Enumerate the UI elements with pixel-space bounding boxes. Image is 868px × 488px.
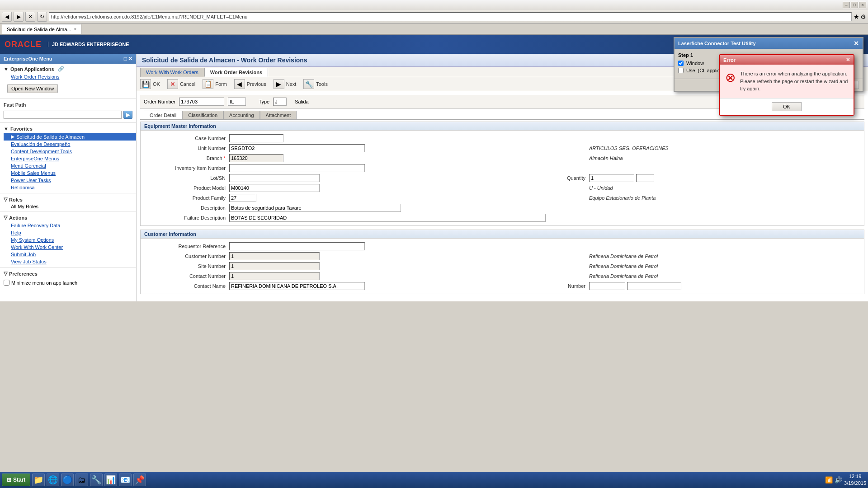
laserfiche-window-checkbox[interactable] [678,61,684,66]
subtab-accounting[interactable]: Accounting [223,111,259,119]
minimize-pref-label[interactable]: Minimize menu on app launch [4,280,132,286]
sidebar-item-menu-gerencial[interactable]: Menú Gerencial [4,162,136,169]
product-model-input[interactable] [229,184,320,192]
open-apps-title[interactable]: ▼ Open Applications 🔗 [0,65,136,73]
subtab-classification-text: Classification [188,113,217,118]
quantity-unit-input[interactable] [636,174,654,182]
minimize-pref-checkbox[interactable] [4,280,9,286]
fast-path-go-button[interactable]: ▶ [123,111,132,119]
sidebar-link-submit-job[interactable]: Submit Job [4,251,136,258]
work-order-revisions-link[interactable]: Work Order Revisions [4,73,136,80]
failure-desc-input[interactable] [229,214,546,222]
back-button[interactable]: ◀ [2,12,12,22]
customer-number-input[interactable] [229,252,320,260]
tab-work-with-work-orders[interactable]: Work With Work Orders [140,68,204,77]
quantity-input[interactable] [589,174,634,182]
sidebar-item-refidomsa[interactable]: Refidomsa [4,184,136,191]
sidebar-link-view-job[interactable]: View Job Status [4,258,136,265]
case-number-input[interactable] [229,134,283,142]
subtab-classification[interactable]: Classification [182,111,223,119]
favorites-title[interactable]: ▼ Favorites [0,125,136,133]
requestor-input[interactable] [229,242,365,250]
tab1-close[interactable]: × [74,27,76,32]
taskbar-icon4[interactable]: 🗂 [75,474,88,486]
expand-icon4: ▽ [4,215,7,221]
quantity-label: Quantity [504,175,585,181]
description-input[interactable] [229,204,401,212]
laserfiche-close-button[interactable]: ✕ [854,40,859,47]
site-number-input[interactable] [229,262,320,270]
stop-button[interactable]: ✕ [25,12,35,22]
laserfiche-use-checkbox[interactable] [678,68,684,73]
form-button[interactable]: 📋 [203,79,213,89]
taskbar-icon8[interactable]: 📌 [133,474,146,486]
next-label: Next [286,81,297,87]
taskbar-chrome[interactable]: 🌐 [47,474,59,486]
product-family-input[interactable] [229,194,256,202]
sidebar-close[interactable]: ✕ [128,56,132,62]
ok-label: OK [153,81,160,87]
contact-name-input[interactable] [229,282,365,290]
start-button[interactable]: ⊞ Start [2,474,30,486]
laserfiche-window-label: Window [686,61,704,66]
sidebar-item-solicitud[interactable]: ▶ Solicitud de Salida de Almacen [4,133,136,141]
next-button[interactable]: ▶ [274,79,284,89]
tab-work-order-revisions[interactable]: Work Order Revisions [204,68,268,77]
preferences-title[interactable]: ▽ Preferences [0,269,136,278]
maximize-button[interactable]: □ [851,2,858,8]
window-controls: – □ × [843,2,866,8]
tools-button[interactable]: 🔧 [303,79,314,89]
address-bar[interactable]: http://refidomws1.refidomsa.com.do:8192/… [49,12,852,21]
error-icon: ⊗ [725,70,736,85]
sidebar-link-help[interactable]: Help [4,229,136,236]
preferences-section-container: ▽ Preferences Minimize menu on app launc… [0,268,136,288]
refresh-button[interactable]: ↻ [37,12,47,22]
forward-button[interactable]: ▶ [14,12,24,22]
type-input[interactable] [273,98,287,106]
error-close-button[interactable]: ✕ [846,57,850,63]
number-input1[interactable] [589,282,625,290]
order-number-label: Order Number [144,99,175,104]
sidebar-title: EnterpriseOne Menu [4,56,52,61]
equipment-grid: Case Number Unit Number ARTICULOS SEG. O… [141,131,864,225]
browser-tab-1[interactable]: Solicitud de Salida de Alma... × [2,24,81,34]
order-number-input[interactable] [179,98,224,106]
taskbar-ie[interactable]: 🔵 [61,474,74,486]
fast-path-input[interactable] [4,111,122,119]
previous-button[interactable]: ◀ [234,79,245,89]
sidebar-toggle[interactable]: □ [124,56,127,62]
next-group: ▶ Next [274,79,297,89]
sidebar-item-content-dev[interactable]: Content Development Tools [4,148,136,155]
order-suffix-input[interactable] [228,98,246,106]
tools-label: Tools [316,81,328,87]
cancel-group: ✕ Cancel [167,79,195,89]
open-new-window-button[interactable]: Open New Window [7,84,58,93]
taskbar-icon7[interactable]: 📧 [119,474,132,486]
lot-sn-input[interactable] [229,174,320,182]
sidebar-link-my-system[interactable]: My System Options [4,236,136,244]
close-window-button[interactable]: × [859,2,866,8]
sidebar-item-evaluacion[interactable]: Evaluación de Desempeño [4,141,136,148]
error-message: There is an error when analyzing the app… [740,70,848,93]
number-input2[interactable] [627,282,681,290]
contact-number-input[interactable] [229,272,320,280]
subtab-attachment[interactable]: Attachment [260,111,297,119]
ok-button[interactable]: 💾 [140,79,151,89]
sidebar-link-work-with-wc[interactable]: Work With Work Center [4,244,136,251]
lot-sn-label: Lot/SN [144,175,226,181]
inventory-input[interactable] [229,164,365,172]
sidebar-item-e1-menus[interactable]: EnterpriseOne Menus [4,155,136,162]
sidebar-item-mobile-sales[interactable]: Mobile Sales Menus [4,169,136,177]
taskbar-icon6[interactable]: 📊 [104,474,117,486]
unit-number-input[interactable] [229,144,365,152]
subtab-order-detail[interactable]: Order Detail [144,111,182,119]
error-ok-button[interactable]: OK [772,102,802,111]
taskbar-icon5[interactable]: 🔧 [90,474,103,486]
branch-input[interactable] [229,154,283,162]
sidebar-item-power-user[interactable]: Power User Tasks [4,177,136,184]
minimize-button[interactable]: – [843,2,850,8]
cancel-button[interactable]: ✕ [167,79,178,89]
sidebar-link-failure-recovery[interactable]: Failure Recovery Data [4,222,136,229]
actions-title[interactable]: ▽ Actions [0,213,136,222]
taskbar-file-manager[interactable]: 📁 [32,474,45,486]
